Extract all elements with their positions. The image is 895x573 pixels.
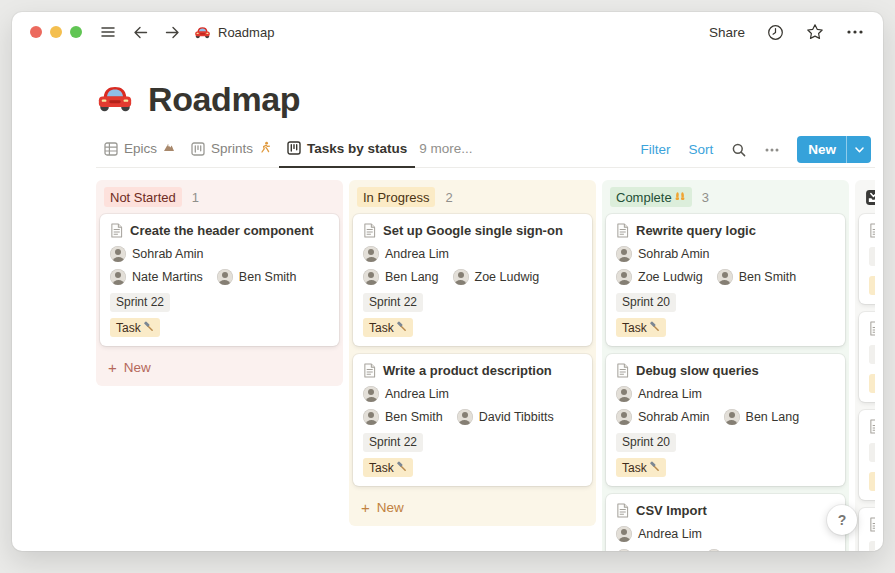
- avatar: [453, 269, 469, 285]
- breadcrumb-doc-title[interactable]: Roadmap: [218, 25, 274, 40]
- assignee-name: Andrea Lim: [385, 387, 449, 401]
- assignee-row: Andrea Lim: [363, 246, 582, 262]
- more-icon[interactable]: [845, 22, 865, 42]
- avatar: [363, 409, 379, 425]
- board-icon: [191, 142, 205, 156]
- task-card[interactable]: Rewrite query logic Sohrab Amin Zoe Ludw…: [606, 214, 845, 346]
- sprint-badge[interactable]: S: [869, 345, 875, 364]
- column-count: 3: [702, 190, 709, 205]
- page-icon: [363, 223, 376, 238]
- card-title: Set up Google single sign-on: [383, 223, 563, 238]
- column-count: 2: [445, 190, 452, 205]
- column-status-badge[interactable]: Not Started: [104, 187, 182, 207]
- clock-icon[interactable]: [765, 22, 785, 42]
- table-icon: [104, 142, 118, 156]
- task-tag-badge[interactable]: Task: [363, 458, 413, 477]
- tab-epics[interactable]: Epics: [96, 138, 183, 168]
- sprint-badge[interactable]: S: [869, 443, 875, 462]
- assignee-row: Andrea Lim: [616, 386, 835, 402]
- traffic-light-controls: [30, 26, 82, 38]
- task-tag-badge[interactable]: Task: [110, 318, 160, 337]
- column-partial: S S: [855, 180, 875, 551]
- search-icon[interactable]: [731, 142, 747, 158]
- sprint-badge[interactable]: Sprint 22: [363, 293, 423, 312]
- more-views-button[interactable]: 9 more...: [415, 138, 480, 168]
- inbox-icon: [865, 189, 875, 206]
- column-status-badge[interactable]: Complete: [610, 187, 692, 207]
- chevron-down-icon[interactable]: [847, 136, 871, 163]
- new-card-button[interactable]: +New: [100, 354, 339, 382]
- sprint-badge[interactable]: Sprint 20: [616, 293, 676, 312]
- page-icon: [616, 363, 629, 378]
- forward-arrow-icon[interactable]: [162, 22, 182, 42]
- sprint-badge[interactable]: S: [869, 541, 875, 552]
- task-card[interactable]: Debug slow queries Andrea Lim Sohrab Ami…: [606, 354, 845, 486]
- task-card[interactable]: S: [859, 410, 875, 500]
- task-tag-badge[interactable]: [869, 472, 875, 491]
- task-tag-badge[interactable]: [869, 374, 875, 393]
- column-in-progress: In Progress 2 Set up Google single sign-…: [349, 180, 596, 526]
- sprint-badge[interactable]: Sprint 22: [363, 433, 423, 452]
- assignee-row: Sohrab Amin: [110, 246, 329, 262]
- sprint-badge[interactable]: S: [869, 247, 875, 266]
- assignee-name: Ben Lang: [385, 270, 439, 284]
- avatar: [616, 269, 632, 285]
- board-icon: [287, 141, 301, 155]
- avatar: [706, 549, 722, 551]
- more-icon[interactable]: [765, 148, 779, 152]
- minimize-window-button[interactable]: [50, 26, 62, 38]
- desktop-background: Roadmap Share: [0, 0, 895, 573]
- task-card[interactable]: Write a product description Andrea Lim B…: [353, 354, 592, 486]
- close-window-button[interactable]: [30, 26, 42, 38]
- sprint-badge[interactable]: Sprint 22: [110, 293, 170, 312]
- assignee-row: Andrea Lim: [616, 526, 835, 542]
- assignee-row: Ben Lang Zoe Ludwig: [363, 269, 582, 285]
- back-arrow-icon[interactable]: [130, 22, 150, 42]
- hamburger-menu-icon[interactable]: [98, 22, 118, 42]
- new-card-button[interactable]: +New: [353, 494, 592, 522]
- assignee-name: Zoe Ludwig: [728, 550, 793, 551]
- tab-sprints[interactable]: Sprints: [183, 138, 279, 168]
- task-card[interactable]: Set up Google single sign-on Andrea Lim …: [353, 214, 592, 346]
- assignee-name: Andrea Lim: [385, 247, 449, 261]
- column-status-badge[interactable]: In Progress: [357, 187, 435, 207]
- avatar: [616, 386, 632, 402]
- assignee-row: Sohrab Amin Ben Lang: [616, 409, 835, 425]
- share-button[interactable]: Share: [709, 25, 745, 40]
- assignee-name: Zoe Ludwig: [638, 270, 703, 284]
- help-button[interactable]: ?: [827, 505, 857, 535]
- assignee-name: Ben Lang: [638, 550, 692, 551]
- assignee-name: Zoe Ludwig: [475, 270, 540, 284]
- page-icon: [869, 321, 875, 336]
- hammer-emoji: [649, 321, 660, 335]
- hammer-emoji: [649, 461, 660, 475]
- card-title: Debug slow queries: [636, 363, 759, 378]
- task-card[interactable]: CSV Import Andrea Lim Ben Lang Zoe Ludwi…: [606, 494, 845, 551]
- task-card[interactable]: S: [859, 508, 875, 551]
- hammer-emoji: [143, 321, 154, 335]
- filter-button[interactable]: Filter: [640, 142, 670, 157]
- task-card[interactable]: S: [859, 312, 875, 402]
- column-not-started: Not Started 1 Create the header componen…: [96, 180, 343, 386]
- assignee-name: David Tibbitts: [479, 410, 554, 424]
- task-card[interactable]: S: [859, 214, 875, 304]
- assignee-name: Andrea Lim: [638, 527, 702, 541]
- avatar: [724, 409, 740, 425]
- assignee-name: Sohrab Amin: [638, 247, 710, 261]
- avatar: [217, 269, 233, 285]
- task-tag-badge[interactable]: Task: [363, 318, 413, 337]
- task-tag-badge[interactable]: Task: [616, 318, 666, 337]
- sort-button[interactable]: Sort: [688, 142, 713, 157]
- new-button[interactable]: New: [797, 136, 871, 163]
- avatar: [616, 246, 632, 262]
- assignee-row: Ben Smith David Tibbitts: [363, 409, 582, 425]
- task-card[interactable]: Create the header component Sohrab Amin …: [100, 214, 339, 346]
- tab-tasks-by-status[interactable]: Tasks by status: [279, 138, 415, 168]
- card-title: CSV Import: [636, 503, 707, 518]
- avatar: [616, 526, 632, 542]
- sprint-badge[interactable]: Sprint 20: [616, 433, 676, 452]
- task-tag-badge[interactable]: [869, 276, 875, 295]
- task-tag-badge[interactable]: Task: [616, 458, 666, 477]
- star-icon[interactable]: [805, 22, 825, 42]
- zoom-window-button[interactable]: [70, 26, 82, 38]
